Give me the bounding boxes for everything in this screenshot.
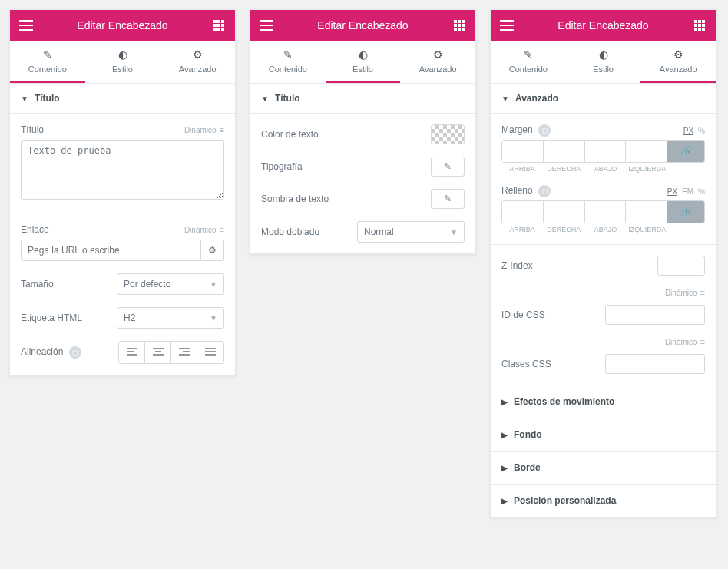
tab-advanced[interactable]: ⚙ Avanzado xyxy=(400,41,475,83)
text-shadow-edit-button[interactable]: ✎ xyxy=(431,189,465,209)
section-motion-effects[interactable]: ▶ Efectos de movimiento xyxy=(491,385,716,418)
unit-percent[interactable]: % xyxy=(698,187,705,196)
dynamic-toggle[interactable]: Dinámico ≡ xyxy=(665,337,705,346)
margin-side-labels: ARRIBA DERECHA ABAJO IZQUIERDA xyxy=(501,165,705,173)
tab-content[interactable]: ✎ Contenido xyxy=(250,41,326,83)
link-icon: 🔗 xyxy=(680,207,692,217)
css-id-label: ID de CSS xyxy=(501,309,545,320)
padding-top-input[interactable] xyxy=(502,201,544,223)
panel-header: Editar Encabezado xyxy=(250,10,475,41)
svg-rect-8 xyxy=(221,28,224,31)
size-select[interactable]: Por defecto ▼ xyxy=(117,273,224,295)
apps-icon[interactable] xyxy=(451,17,468,34)
tab-style[interactable]: ◐ Estilo xyxy=(85,41,160,83)
text-shadow-label: Sombra de texto xyxy=(261,194,329,204)
svg-rect-25 xyxy=(698,28,701,31)
link-label: Enlace xyxy=(21,224,49,235)
align-justify-button[interactable] xyxy=(197,342,223,363)
caret-right-icon: ▶ xyxy=(501,497,508,505)
section-advanced-header[interactable]: ▼ Avanzado xyxy=(491,84,716,114)
tab-style[interactable]: ◐ Estilo xyxy=(326,41,401,83)
tab-advanced[interactable]: ⚙ Avanzado xyxy=(160,41,235,83)
menu-icon[interactable] xyxy=(258,17,275,34)
menu-icon[interactable] xyxy=(498,17,515,34)
section-title-header[interactable]: ▼ Título xyxy=(10,84,235,114)
svg-rect-13 xyxy=(458,24,461,27)
dynamic-toggle[interactable]: Dinámico ≡ xyxy=(184,125,224,134)
align-right-button[interactable] xyxy=(171,342,197,363)
section-custom-position[interactable]: ▶ Posición personalizada xyxy=(491,485,716,517)
margin-right-input[interactable] xyxy=(544,141,585,162)
padding-left-input[interactable] xyxy=(626,201,667,223)
section-body: Z-Index Dinámico ≡ ID de CSS Dinámico ≡ xyxy=(491,245,716,385)
dynamic-toggle[interactable]: Dinámico ≡ xyxy=(184,225,224,234)
svg-rect-3 xyxy=(213,24,217,27)
tab-content[interactable]: ✎ Contenido xyxy=(10,41,85,83)
margin-link-button[interactable]: 🔗 xyxy=(667,141,704,162)
section-title: Título xyxy=(275,93,300,104)
section-title-header[interactable]: ▼ Título xyxy=(250,84,475,114)
gear-icon: ⚙ xyxy=(640,48,716,61)
responsive-icon[interactable]: ◻ xyxy=(538,185,551,197)
align-center-button[interactable] xyxy=(145,342,171,363)
svg-rect-18 xyxy=(694,20,697,23)
tab-content[interactable]: ✎ Contenido xyxy=(491,41,566,83)
svg-rect-12 xyxy=(454,24,457,27)
caret-down-icon: ▼ xyxy=(501,94,509,103)
responsive-icon[interactable]: ◻ xyxy=(69,346,81,359)
margin-bottom-input[interactable] xyxy=(585,141,627,162)
zindex-input[interactable] xyxy=(657,256,705,276)
gear-icon: ⚙ xyxy=(208,245,217,256)
caret-down-icon: ▼ xyxy=(21,94,28,103)
tabs: ✎ Contenido ◐ Estilo ⚙ Avanzado xyxy=(10,41,235,84)
unit-em[interactable]: EM xyxy=(682,187,693,196)
contrast-icon: ◐ xyxy=(326,48,401,61)
tab-style[interactable]: ◐ Estilo xyxy=(566,41,641,83)
css-classes-input[interactable] xyxy=(605,354,705,374)
tab-label: Contenido xyxy=(28,65,67,74)
padding-right-input[interactable] xyxy=(544,201,585,223)
pencil-icon: ✎ xyxy=(250,48,326,61)
svg-rect-17 xyxy=(462,28,465,31)
apps-icon[interactable] xyxy=(210,17,227,34)
database-icon: ≡ xyxy=(700,337,705,346)
title-textarea[interactable]: Texto de prueba xyxy=(21,140,224,200)
link-options-button[interactable]: ⚙ xyxy=(201,240,224,261)
svg-rect-23 xyxy=(702,24,705,27)
section-background[interactable]: ▶ Fondo xyxy=(491,418,716,452)
gear-icon: ⚙ xyxy=(160,48,235,61)
padding-link-button[interactable]: 🔗 xyxy=(667,201,704,223)
css-id-input[interactable] xyxy=(605,305,705,325)
responsive-icon[interactable]: ◻ xyxy=(538,124,551,137)
pencil-icon: ✎ xyxy=(10,48,85,61)
chevron-down-icon: ▼ xyxy=(210,280,217,289)
panel-header: Editar Encabezado xyxy=(10,10,235,41)
unit-percent[interactable]: % xyxy=(698,127,705,135)
contrast-icon: ◐ xyxy=(566,48,641,61)
blend-mode-select[interactable]: Normal ▼ xyxy=(357,221,465,243)
menu-icon[interactable] xyxy=(18,17,35,34)
section-border[interactable]: ▶ Borde xyxy=(491,452,716,485)
tab-advanced[interactable]: ⚙ Avanzado xyxy=(640,41,716,83)
tab-label: Avanzado xyxy=(179,65,217,74)
unit-px[interactable]: PX xyxy=(667,187,677,196)
align-left-button[interactable] xyxy=(119,342,145,363)
unit-px[interactable]: PX xyxy=(683,127,693,135)
dynamic-toggle[interactable]: Dinámico ≡ xyxy=(665,288,705,297)
link-input[interactable] xyxy=(21,240,201,261)
padding-dimensions: 🔗 xyxy=(501,200,705,223)
text-color-picker[interactable] xyxy=(431,124,465,144)
margin-left-input[interactable] xyxy=(626,141,667,162)
svg-rect-26 xyxy=(702,28,705,31)
panel-advanced: Editar Encabezado ✎ Contenido ◐ Estilo ⚙… xyxy=(490,9,716,518)
margin-top-input[interactable] xyxy=(502,141,544,162)
html-tag-select[interactable]: H2 ▼ xyxy=(117,307,224,329)
apps-icon[interactable] xyxy=(691,17,708,34)
pencil-icon: ✎ xyxy=(444,161,452,172)
typography-label: Tipografía xyxy=(261,161,303,172)
typography-edit-button[interactable]: ✎ xyxy=(431,157,465,177)
section-title: Avanzado xyxy=(515,93,558,104)
padding-bottom-input[interactable] xyxy=(585,201,627,223)
contrast-icon: ◐ xyxy=(85,48,160,61)
svg-rect-6 xyxy=(213,28,217,31)
